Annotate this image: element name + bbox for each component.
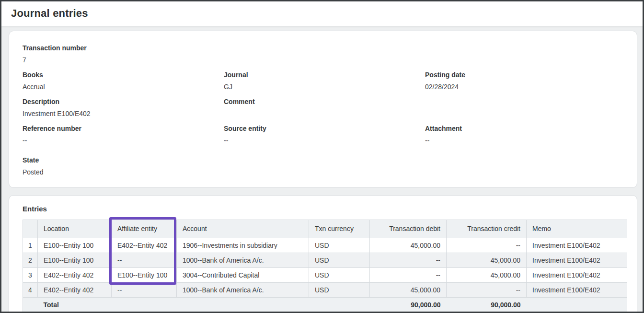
cell-row-number: 3 bbox=[23, 268, 38, 283]
cell-row-number: 1 bbox=[23, 238, 38, 253]
cell-location: E100--Entity 100 bbox=[38, 253, 112, 268]
cell-row-number: 4 bbox=[23, 283, 38, 298]
cell-txn-currency: USD bbox=[309, 268, 370, 283]
journal-details-card: Transaction number 7 Books Accrual Journ… bbox=[9, 31, 637, 188]
table-row: 1 E100--Entity 100 E402--Entity 402 1906… bbox=[23, 238, 627, 253]
cell-transaction-credit: 45,000.00 bbox=[447, 268, 527, 283]
cell-row-number: 2 bbox=[23, 253, 38, 268]
total-label: Total bbox=[38, 298, 112, 313]
total-currency-cell bbox=[309, 298, 370, 313]
cell-account: 1000--Bank of America A/c. bbox=[177, 283, 309, 298]
cell-transaction-credit: -- bbox=[447, 283, 527, 298]
cell-affiliate-entity: E402--Entity 402 bbox=[112, 238, 177, 253]
attachment-label: Attachment bbox=[425, 124, 623, 133]
comment-value bbox=[224, 109, 425, 118]
cell-memo: Investment E100/E402 bbox=[527, 283, 627, 298]
total-account-cell bbox=[177, 298, 309, 313]
field-transaction-number: Transaction number 7 bbox=[23, 44, 623, 64]
field-spacer: Attachment -- bbox=[425, 124, 623, 145]
field-state: State Posted bbox=[23, 156, 623, 176]
col-header-account: Account bbox=[177, 220, 309, 238]
field-comment: Comment bbox=[224, 97, 425, 118]
col-header-txn-currency: Txn currency bbox=[309, 220, 370, 238]
source-entity-label: Source entity bbox=[224, 124, 425, 133]
total-debit: 90,000.00 bbox=[370, 298, 447, 313]
cell-txn-currency: USD bbox=[309, 283, 370, 298]
field-reference-number: Reference number -- bbox=[23, 124, 224, 145]
cell-transaction-debit: -- bbox=[370, 253, 447, 268]
cell-txn-currency: USD bbox=[309, 253, 370, 268]
comment-label: Comment bbox=[224, 97, 425, 106]
page-title: Journal entries bbox=[11, 7, 633, 20]
table-header-row: Location Affiliate entity Account Txn cu… bbox=[23, 220, 627, 238]
cell-location: E100--Entity 100 bbox=[38, 238, 112, 253]
cell-txn-currency: USD bbox=[309, 238, 370, 253]
entries-heading: Entries bbox=[23, 205, 627, 213]
source-entity-value: -- bbox=[224, 136, 425, 145]
col-header-row-number bbox=[23, 220, 38, 238]
entries-card: Entries Location Affiliate entity bbox=[9, 195, 637, 313]
cell-account: 1906--Investments in subsidiary bbox=[177, 238, 309, 253]
entries-table: Location Affiliate entity Account Txn cu… bbox=[23, 220, 627, 313]
col-header-location: Location bbox=[38, 220, 112, 238]
col-header-transaction-credit: Transaction credit bbox=[447, 220, 527, 238]
table-row: 2 E100--Entity 100 -- 1000--Bank of Amer… bbox=[23, 253, 627, 268]
cell-account: 3004--Contributed Capital bbox=[177, 268, 309, 283]
posting-date-value: 02/28/2024 bbox=[425, 82, 623, 91]
cell-memo: Investment E100/E402 bbox=[527, 268, 627, 283]
table-row: 3 E402--Entity 402 E100--Entity 100 3004… bbox=[23, 268, 627, 283]
cell-affiliate-entity: -- bbox=[112, 253, 177, 268]
transaction-number-value: 7 bbox=[23, 56, 623, 64]
reference-number-label: Reference number bbox=[23, 124, 224, 133]
cell-transaction-debit: 45,000.00 bbox=[370, 238, 447, 253]
journal-label: Journal bbox=[224, 70, 425, 79]
cell-transaction-debit: 45,000.00 bbox=[370, 283, 447, 298]
state-value: Posted bbox=[23, 168, 623, 176]
page-header: Journal entries bbox=[1, 1, 643, 26]
table-total-row: Total 90,000.00 90,000.00 bbox=[23, 298, 627, 313]
page-content: Transaction number 7 Books Accrual Journ… bbox=[1, 26, 643, 313]
posting-date-label: Posting date bbox=[425, 70, 623, 79]
field-books: Books Accrual bbox=[23, 70, 224, 91]
cell-memo: Investment E100/E402 bbox=[527, 253, 627, 268]
state-label: State bbox=[23, 156, 623, 164]
cell-affiliate-entity: E100--Entity 100 bbox=[112, 268, 177, 283]
books-label: Books bbox=[23, 70, 224, 79]
attachment-value: -- bbox=[425, 136, 623, 145]
cell-location: E402--Entity 402 bbox=[38, 268, 112, 283]
field-description: Description Investment E100/E402 bbox=[23, 97, 224, 118]
books-value: Accrual bbox=[23, 82, 224, 91]
cell-transaction-credit: 45,000.00 bbox=[447, 253, 527, 268]
field-posting-date: Posting date 02/28/2024 bbox=[425, 70, 623, 91]
entries-table-wrapper: Location Affiliate entity Account Txn cu… bbox=[23, 220, 627, 313]
field-source-entity: Source entity -- bbox=[224, 124, 425, 145]
cell-location: E402--Entity 402 bbox=[38, 283, 112, 298]
table-row: 4 E402--Entity 402 -- 1000--Bank of Amer… bbox=[23, 283, 627, 298]
cell-transaction-credit: -- bbox=[447, 238, 527, 253]
total-credit: 90,000.00 bbox=[447, 298, 527, 313]
total-memo-cell bbox=[527, 298, 627, 313]
cell-memo: Investment E100/E402 bbox=[527, 238, 627, 253]
cell-transaction-debit: -- bbox=[370, 268, 447, 283]
col-header-transaction-debit: Transaction debit bbox=[370, 220, 447, 238]
details-fields: Transaction number 7 Books Accrual Journ… bbox=[23, 44, 623, 183]
col-header-affiliate-entity: Affiliate entity bbox=[112, 220, 177, 238]
field-spacer bbox=[425, 97, 623, 118]
reference-number-value: -- bbox=[23, 136, 224, 145]
journal-value: GJ bbox=[224, 82, 425, 91]
cell-affiliate-entity: -- bbox=[112, 283, 177, 298]
total-row-number-cell bbox=[23, 298, 38, 313]
total-affiliate-cell bbox=[112, 298, 177, 313]
col-header-memo: Memo bbox=[527, 220, 627, 238]
description-label: Description bbox=[23, 97, 224, 106]
app-viewport: Journal entries Transaction number 7 Boo… bbox=[0, 0, 644, 313]
transaction-number-label: Transaction number bbox=[23, 44, 623, 52]
field-journal: Journal GJ bbox=[224, 70, 425, 91]
cell-account: 1000--Bank of America A/c. bbox=[177, 253, 309, 268]
description-value: Investment E100/E402 bbox=[23, 109, 224, 118]
